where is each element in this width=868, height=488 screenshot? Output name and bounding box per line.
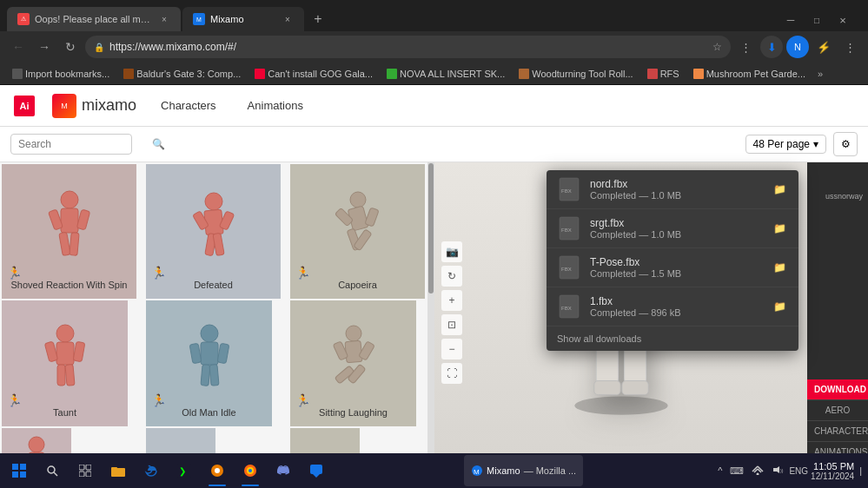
clock[interactable]: 11:05 PM 12/11/2024	[811, 461, 854, 481]
search-icon[interactable]: 🔍	[152, 138, 165, 150]
tab-mixamo[interactable]: M Mixamo ×	[182, 7, 304, 31]
download-item-nord[interactable]: FBX nord.fbx Completed — 1.0 MB 📁	[547, 170, 798, 209]
download-item-1fbx[interactable]: FBX 1.fbx Completed — 896 kB 📁	[547, 287, 798, 326]
download-info-tpose: T-Pose.fbx Completed — 1.5 MB	[590, 256, 762, 279]
date-display: 12/11/2024	[811, 472, 854, 481]
file-explorer-button[interactable]	[103, 455, 134, 486]
keyboard-icon[interactable]: ⌨	[727, 464, 746, 478]
plus-icon[interactable]: +	[441, 290, 462, 311]
tab-oops[interactable]: ⚠ Oops! Please place all markers ... ×	[7, 7, 181, 31]
svg-rect-65	[20, 464, 26, 470]
settings-button[interactable]: ⚙	[833, 132, 858, 156]
address-bar[interactable]: 🔒 https://www.mixamo.com/#/ ☆	[85, 36, 731, 58]
bookmark-item-mushroom[interactable]: Mushroom Pet Garde...	[688, 67, 811, 81]
bookmark-icon	[387, 69, 397, 79]
tab-title-mixamo: Mixamo	[210, 14, 276, 24]
forward-button[interactable]: →	[33, 36, 56, 58]
browser-settings-button[interactable]: ⋮	[734, 36, 757, 58]
maximize-window-button[interactable]: □	[805, 9, 828, 31]
tab-title-oops: Oops! Please place all markers ...	[35, 14, 153, 24]
download-item-tpose[interactable]: FBX T-Pose.fbx Completed — 1.5 MB 📁	[547, 248, 798, 287]
bookmark-icon	[12, 69, 23, 79]
character-card-shoved[interactable]: 🏃 Shoved Reaction With Spin	[2, 164, 136, 299]
download-info-1fbx: 1.fbx Completed — 896 kB	[590, 295, 762, 318]
open-folder-icon-nord[interactable]: 📁	[771, 181, 788, 198]
camera-icon[interactable]: 📷	[441, 241, 462, 262]
svg-rect-64	[12, 464, 18, 470]
back-button[interactable]: ←	[7, 36, 30, 58]
download-item-srgt[interactable]: FBX srgt.fbx Completed — 1.0 MB 📁	[547, 209, 798, 248]
blender-button[interactable]	[202, 455, 233, 486]
fullscreen-icon[interactable]: ⛶	[441, 363, 462, 384]
new-tab-button[interactable]: +	[306, 7, 330, 31]
bookmark-item-gog[interactable]: Can't install GOG Gala...	[249, 67, 378, 81]
bookmark-item-nova[interactable]: NOVA ALL INSERT SK...	[381, 67, 510, 81]
per-page-select[interactable]: 48 Per page ▾	[745, 135, 826, 154]
character-card-taunt[interactable]: 🏃 Taunt	[2, 300, 128, 426]
open-folder-icon-tpose[interactable]: 📁	[771, 259, 788, 276]
show-desktop-button[interactable]: |	[857, 464, 865, 478]
taskbar-pinned-apps: ❯	[103, 455, 332, 486]
bookmark-item-baldurs[interactable]: Baldur's Gate 3: Comp...	[118, 67, 246, 81]
svg-rect-27	[217, 343, 229, 363]
svg-rect-28	[200, 365, 209, 386]
character-button[interactable]: CHARACTER	[807, 420, 868, 441]
extensions-button[interactable]: ⚡	[812, 36, 835, 58]
browser-menu-button[interactable]: ⋮	[838, 36, 861, 58]
chat-button[interactable]	[301, 455, 332, 486]
minimize-window-button[interactable]: ─	[779, 9, 802, 31]
bookmark-star-icon[interactable]: ☆	[712, 41, 722, 53]
svg-text:❯: ❯	[179, 466, 186, 477]
task-view-button[interactable]	[70, 455, 101, 486]
open-folder-icon-srgt[interactable]: 📁	[771, 220, 788, 237]
search-taskbar-button[interactable]	[36, 455, 68, 486]
character-grid: 🏃 Shoved Reaction With Spin	[0, 162, 434, 488]
windows-start-button[interactable]	[3, 455, 35, 486]
svg-text:FBX: FBX	[561, 306, 572, 311]
mixamo-taskbar-item[interactable]: M Mixamo — Mozilla ...	[464, 455, 583, 486]
terminal-button[interactable]: ❯	[169, 455, 200, 486]
show-all-downloads-link[interactable]: Show all downloads	[547, 326, 798, 351]
character-card-capoeira[interactable]: 🏃 Capoeira	[290, 164, 425, 299]
minus-icon[interactable]: −	[441, 339, 462, 359]
nav-animations[interactable]: Animations	[241, 96, 310, 115]
network-icon[interactable]	[749, 463, 766, 478]
volume-icon[interactable]: ))	[769, 463, 786, 478]
svg-rect-67	[20, 472, 26, 478]
svg-point-18	[56, 325, 74, 342]
profile-button[interactable]: N	[786, 36, 809, 58]
aero-button[interactable]: AERO	[807, 399, 868, 420]
tab-bar: ⚠ Oops! Please place all markers ... × M…	[0, 0, 868, 31]
mixamo-brand-text: mixamo	[82, 96, 136, 115]
bookmarks-more-button[interactable]: »	[814, 67, 826, 81]
tab-close-oops[interactable]: ×	[158, 13, 170, 25]
search-input[interactable]	[18, 138, 149, 150]
rotate-icon[interactable]: ↻	[441, 266, 462, 287]
download-action-button[interactable]: DOWNLOAD	[807, 379, 868, 399]
svg-text:)): ))	[780, 468, 784, 473]
norway-label[interactable]: ussnorway	[820, 188, 868, 204]
svg-point-68	[48, 466, 55, 473]
zoom-fit-icon[interactable]: ⊡	[441, 314, 462, 335]
open-folder-icon-1fbx[interactable]: 📁	[771, 298, 788, 315]
refresh-button[interactable]: ↻	[59, 36, 82, 58]
bookmark-item-rfs[interactable]: RFS	[642, 67, 685, 81]
nav-characters[interactable]: Characters	[154, 96, 223, 115]
character-card-defeated[interactable]: 🏃 Defeated	[146, 164, 281, 299]
bookmark-item-import[interactable]: Import bookmarks...	[7, 67, 115, 81]
tray-arrow-icon[interactable]: ^	[715, 464, 725, 478]
character-card-sitting-laughing[interactable]: 🏃 Sitting Laughing	[290, 300, 416, 426]
bookmark-item-woodturning[interactable]: Woodturning Tool Roll...	[514, 67, 638, 81]
tab-close-mixamo[interactable]: ×	[282, 13, 294, 25]
discord-button[interactable]	[268, 455, 299, 486]
download-info-nord: nord.fbx Completed — 1.0 MB	[590, 178, 762, 201]
svg-text:M: M	[474, 468, 480, 476]
close-window-button[interactable]: ×	[832, 9, 854, 31]
search-box[interactable]: 🔍	[10, 134, 132, 155]
edge-browser-button[interactable]	[136, 455, 167, 486]
firefox-button[interactable]	[235, 455, 266, 486]
svg-rect-20	[44, 341, 57, 362]
download-button[interactable]: ⬇	[760, 36, 783, 58]
character-card-old-man-idle[interactable]: 🏃 Old Man Idle	[146, 300, 272, 426]
language-indicator[interactable]: ENG	[789, 466, 808, 476]
